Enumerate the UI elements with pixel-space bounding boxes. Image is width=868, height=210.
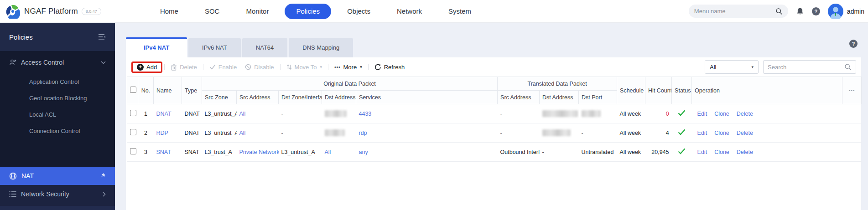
cell-dst-zone: - bbox=[279, 104, 322, 123]
services-link[interactable]: rdp bbox=[359, 130, 367, 136]
rule-name-link[interactable]: RDP bbox=[156, 130, 168, 136]
dst-address-link[interactable]: All bbox=[325, 149, 331, 155]
toolbar: + Add Delete bbox=[126, 57, 861, 77]
brand: NGAF Platform 8.0.47 bbox=[5, 4, 101, 19]
sidebar-title: Policies bbox=[9, 33, 33, 41]
table-search-input[interactable] bbox=[768, 64, 844, 71]
pin-icon[interactable] bbox=[99, 173, 106, 179]
tab-ipv6-nat[interactable]: IPv6 NAT bbox=[188, 38, 241, 57]
username-label[interactable]: admin bbox=[847, 8, 864, 15]
move-to-button[interactable]: Move To ▾ bbox=[282, 64, 326, 71]
tab-nat64[interactable]: NAT64 bbox=[242, 38, 288, 57]
rule-name-link[interactable]: DNAT bbox=[156, 111, 172, 117]
nav-objects[interactable]: Objects bbox=[334, 0, 384, 23]
cell-hit-count: 4 bbox=[645, 123, 672, 143]
enable-button[interactable]: Enable bbox=[205, 64, 241, 71]
col-src-zone: Src Zone bbox=[202, 91, 237, 104]
menu-search-input[interactable] bbox=[694, 8, 775, 15]
sidebar-item-network-security[interactable]: Network Security bbox=[0, 185, 115, 203]
search-icon bbox=[844, 63, 852, 71]
sidebar-item-access-control[interactable]: Access Control bbox=[0, 51, 115, 74]
sidebar-item-nat[interactable]: NAT bbox=[0, 167, 115, 185]
nav-policies[interactable]: Policies bbox=[285, 4, 331, 19]
col-schedule: Schedule bbox=[617, 77, 645, 104]
row-checkbox[interactable] bbox=[130, 110, 136, 116]
access-control-icon bbox=[9, 59, 16, 66]
src-address-link[interactable]: All bbox=[239, 111, 246, 117]
cell-dst-address bbox=[322, 123, 356, 143]
tab-dns-mapping[interactable]: DNS Mapping bbox=[289, 38, 353, 57]
clone-link[interactable]: Clone bbox=[714, 111, 729, 117]
sidebar-item-label: NAT bbox=[21, 172, 34, 179]
sidebar-item-connection-control[interactable]: Connection Control bbox=[0, 123, 115, 139]
cell-operation: EditCloneDelete bbox=[692, 104, 842, 123]
cell-schedule: All week bbox=[617, 123, 645, 143]
cell-translated-dst-port bbox=[579, 104, 617, 123]
disable-button[interactable]: Disable bbox=[241, 64, 278, 71]
top-bar: NGAF Platform 8.0.47 Home SOC Monitor Po… bbox=[0, 0, 868, 23]
cell-dst-address: All bbox=[322, 143, 356, 162]
nav-soc[interactable]: SOC bbox=[192, 0, 233, 23]
menu-search[interactable] bbox=[689, 5, 788, 18]
clone-link[interactable]: Clone bbox=[714, 130, 729, 136]
sidebar-item-local-acl[interactable]: Local ACL bbox=[0, 107, 115, 123]
add-button[interactable]: + Add bbox=[135, 64, 159, 71]
edit-link[interactable]: Edit bbox=[697, 111, 707, 117]
col-dst-address: Dst Address bbox=[322, 91, 356, 104]
tab-ipv4-nat[interactable]: IPv4 NAT bbox=[126, 37, 187, 57]
filter-select[interactable]: All ▾ bbox=[705, 60, 759, 74]
select-all-checkbox[interactable] bbox=[130, 87, 136, 93]
cell-schedule: All week bbox=[617, 143, 645, 162]
edit-link[interactable]: Edit bbox=[697, 130, 707, 136]
src-address-link[interactable]: All bbox=[239, 130, 246, 136]
help-icon[interactable]: ? bbox=[812, 7, 820, 15]
group-translated-data-packet: Translated Data Packet bbox=[498, 77, 617, 91]
refresh-icon bbox=[374, 64, 381, 71]
sidebar-lower-section: NAT Network Security bbox=[0, 167, 115, 210]
nav-home[interactable]: Home bbox=[147, 0, 192, 23]
notification-bell-icon[interactable] bbox=[796, 7, 804, 15]
services-link[interactable]: 4433 bbox=[359, 111, 372, 117]
toolbar-divider bbox=[164, 64, 165, 70]
cell-name: DNAT bbox=[154, 104, 182, 123]
nav-monitor[interactable]: Monitor bbox=[233, 0, 282, 23]
nat-rules-table: No. Name Type Original Data Packet Trans… bbox=[127, 77, 862, 162]
row-checkbox[interactable] bbox=[130, 148, 136, 154]
refresh-button[interactable]: Refresh bbox=[370, 64, 409, 71]
delete-button[interactable]: Delete bbox=[166, 64, 201, 71]
toolbar-divider bbox=[280, 64, 281, 70]
cell-no: 1 bbox=[138, 104, 154, 123]
nav-network[interactable]: Network bbox=[384, 0, 435, 23]
row-checkbox[interactable] bbox=[130, 129, 136, 135]
rule-name-link[interactable]: SNAT bbox=[156, 149, 171, 155]
avatar[interactable] bbox=[828, 4, 843, 19]
cell-type: DNAT bbox=[182, 123, 202, 143]
src-address-link[interactable]: Private Network ... bbox=[239, 149, 279, 155]
services-link[interactable]: any bbox=[359, 149, 368, 155]
delete-link[interactable]: Delete bbox=[737, 149, 753, 155]
sidebar-item-geolocation-blocking[interactable]: GeoLocation Blocking bbox=[0, 90, 115, 107]
nav-system[interactable]: System bbox=[435, 0, 484, 23]
status-enabled-icon bbox=[678, 129, 686, 135]
cell-hit-count: 20,945 bbox=[645, 143, 672, 162]
search-icon bbox=[775, 8, 783, 15]
move-arrows-icon bbox=[286, 64, 292, 70]
cell-translated-dst-port: Untranslated bbox=[579, 143, 617, 162]
cell-services: rdp bbox=[356, 123, 498, 143]
column-settings-button[interactable]: ••• bbox=[842, 77, 862, 104]
cell-extra bbox=[842, 104, 862, 123]
col-operation: Operation bbox=[692, 77, 842, 104]
sidebar-item-application-control[interactable]: Application Control bbox=[0, 74, 115, 90]
globe-icon bbox=[9, 172, 17, 180]
main-nav: Home SOC Monitor Policies Objects Networ… bbox=[147, 0, 484, 23]
redacted-value bbox=[542, 110, 578, 117]
clone-link[interactable]: Clone bbox=[714, 149, 729, 155]
edit-link[interactable]: Edit bbox=[697, 149, 707, 155]
collapse-sidebar-icon[interactable] bbox=[98, 34, 106, 40]
page-help-icon[interactable]: ? bbox=[849, 40, 858, 48]
delete-link[interactable]: Delete bbox=[737, 111, 753, 117]
table-search[interactable] bbox=[763, 60, 856, 74]
delete-link[interactable]: Delete bbox=[737, 130, 753, 136]
cell-dst-zone: - bbox=[279, 123, 322, 143]
more-button[interactable]: ••• More ▾ bbox=[330, 64, 366, 71]
